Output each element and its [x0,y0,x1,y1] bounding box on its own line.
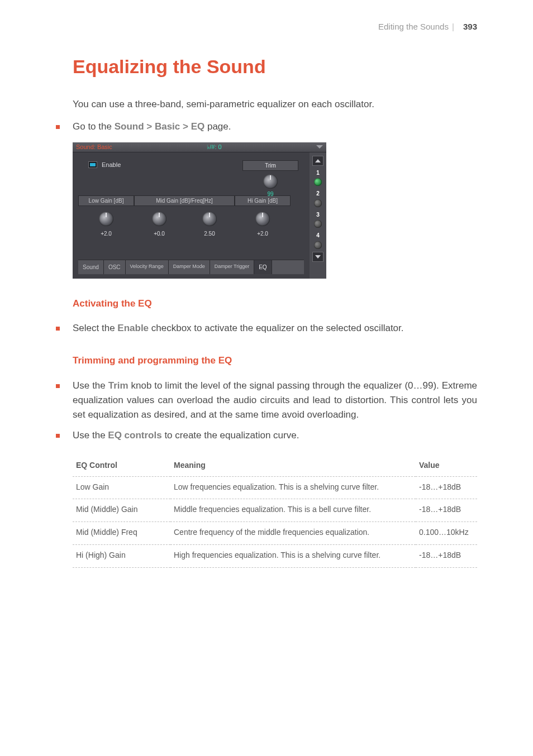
low-gain-header: Low Gain [dB] [78,195,134,207]
cell-value: 0.100…10kHz [416,522,477,545]
tab-eq[interactable]: EQ [254,260,272,274]
goto-text: Go to the Sound > Basic > EQ page. [73,119,477,134]
cell-control: Mid (Middle) Freq [73,522,170,545]
mid-freq-value: 2.50 [190,229,229,238]
page-number: 393 [463,22,477,31]
subhead-trimming: Trimming and programming the EQ [73,353,477,368]
divider-bar: | [452,22,454,31]
eq-knob-grid: Low Gain [dB] +2.0 Mid Gain [dB]/Freq[Hz… [78,195,304,238]
osc-num-3: 3 [316,210,320,219]
cell-meaning: Centre frequency of the middle frequenci… [170,522,416,545]
goto-bullet: Go to the Sound > Basic > EQ page. [56,119,477,134]
led-icon [314,178,322,186]
tab-damper-mode[interactable]: Damper Mode [169,260,210,274]
cell-value: -18…+18dB [416,499,477,522]
mid-header: Mid Gain [dB]/Freq[Hz] [134,195,235,207]
tab-damper-trigger[interactable]: Damper Trigger [210,260,255,274]
cell-meaning: Low frequencies equalization. This is a … [170,476,416,499]
enable-label: Enable [102,160,121,170]
led-icon [314,220,322,228]
bullet-square-icon [56,327,60,331]
tab-sound[interactable]: Sound [78,260,104,274]
mid-gain-value: +0.0 [140,229,179,238]
enable-checkbox[interactable] [88,161,97,168]
osc-slot-4[interactable]: 4 [314,231,322,249]
page-title: Equalizing the Sound [73,52,477,82]
menu-dropdown-icon[interactable] [316,145,323,149]
trim-prefix: Use the [73,380,108,391]
trim-label: Trim [242,160,298,171]
eqc-strong: EQ controls [108,430,161,441]
panel-titlebar: Sound: Basic ♭/#: 0 [73,142,326,152]
th-control: EQ Control [73,455,170,476]
page-header: Editing the Sounds |393 [56,20,477,33]
eq-panel-screenshot: Sound: Basic ♭/#: 0 Enable Trim 99 Low G… [73,142,326,279]
osc-num-2: 2 [316,189,320,198]
osc-slot-1[interactable]: 1 [314,169,322,186]
panel-tabs: Sound OSC Velocity Range Damper Mode Dam… [78,260,304,274]
th-meaning: Meaning [170,455,416,476]
osc-slot-3[interactable]: 3 [314,210,322,228]
trim-suffix: knob to limit the level of the signal pa… [73,380,477,420]
table-row: Mid (Middle) Gain Middle frequencies equ… [73,499,477,522]
tab-velocity-range[interactable]: Velocity Range [126,260,169,274]
trim-strong: Trim [108,380,129,391]
bullet-square-icon [56,125,60,129]
trim-value: 99 [242,190,298,199]
section-name: Editing the Sounds [378,22,449,31]
enable-strong: Enable [117,323,149,333]
mid-gain-knob[interactable] [152,212,166,226]
cell-control: Hi (High) Gain [73,544,170,567]
trim-box: Trim 99 [242,160,298,199]
hi-gain-value: +2.0 [235,229,291,238]
th-value: Value [416,455,477,476]
cell-value: -18…+18dB [416,476,477,499]
eqc-prefix: Use the [73,430,108,441]
trim-knob[interactable] [263,174,278,189]
enable-suffix: checkbox to activate the equalizer on th… [149,323,403,333]
enable-prefix: Select the [73,323,117,333]
tab-osc[interactable]: OSC [104,260,126,274]
hi-gain-col: Hi Gain [dB] +2.0 [235,195,291,238]
eqc-suffix: to create the equalization curve. [162,430,299,441]
enable-bullet-text: Select the Enable checkbox to activate t… [73,321,477,336]
table-row: Hi (High) Gain High frequencies equaliza… [73,544,477,567]
mid-col: Mid Gain [dB]/Freq[Hz] +0.0 2.50 [134,195,235,238]
low-gain-value: +2.0 [78,229,134,238]
bullet-square-icon [56,434,60,438]
subhead-activating: Activating the EQ [73,296,477,311]
led-icon [314,199,322,207]
hi-gain-knob[interactable] [255,212,270,226]
goto-suffix: page. [204,121,231,132]
eqcontrols-bullet-text: Use the EQ controls to create the equali… [73,428,477,443]
titlebar-center: ♭/#: 0 [112,142,316,152]
eqcontrols-bullet: Use the EQ controls to create the equali… [56,428,477,443]
enable-bullet: Select the Enable checkbox to activate t… [56,321,477,336]
mid-freq-knob[interactable] [202,212,217,226]
osc-scroll-down[interactable] [312,252,323,262]
cell-control: Low Gain [73,476,170,499]
osc-slot-2[interactable]: 2 [314,189,322,207]
low-gain-knob[interactable] [99,212,113,226]
cell-control: Mid (Middle) Gain [73,499,170,522]
trim-bullet: Use the Trim knob to limit the level of … [56,379,477,423]
cell-value: -18…+18dB [416,544,477,567]
osc-num-1: 1 [316,169,320,178]
goto-path: Sound > Basic > EQ [115,121,205,132]
panel-main: Enable Trim 99 Low Gain [dB] +2.0 Mid Ga… [73,152,310,279]
table-row: Low Gain Low frequencies equalization. T… [73,476,477,499]
low-gain-col: Low Gain [dB] +2.0 [78,195,134,238]
goto-prefix: Go to the [73,121,115,132]
osc-num-4: 4 [316,231,320,240]
osc-scroll-up[interactable] [312,156,323,166]
oscillator-sidebar: 1 2 3 4 [310,152,326,279]
cell-meaning: Middle frequencies equalization. This is… [170,499,416,522]
bullet-square-icon [56,384,60,388]
titlebar-left: Sound: Basic [76,142,112,152]
led-icon [314,241,322,249]
cell-meaning: High frequencies equalization. This is a… [170,544,416,567]
eq-controls-table: EQ Control Meaning Value Low Gain Low fr… [73,455,477,567]
intro-text: You can use a three-band, semi-parametri… [73,97,477,112]
table-row: Mid (Middle) Freq Centre frequency of th… [73,522,477,545]
trim-bullet-text: Use the Trim knob to limit the level of … [73,379,477,423]
